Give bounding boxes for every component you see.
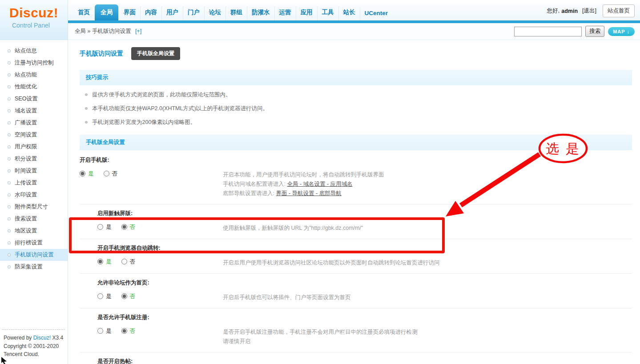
sidebar-item-label: 站点功能 [15,71,37,79]
settings-link[interactable]: 全局 - 域名设置 - 应用域名 [287,181,352,187]
sidebar-item[interactable]: 地区设置 [0,225,68,237]
sidebar-item[interactable]: 性能优化 [0,81,68,93]
sidebar-item[interactable]: 空间设置 [0,129,68,141]
sidebar-footer: Powered by Discuz! X3.4 Copyright © 2001… [2,329,65,360]
sidebar-item-label: 用户权限 [15,143,37,151]
radio-option[interactable]: 否 [121,293,136,300]
circle-bullet-icon [8,97,11,100]
radio-option[interactable]: 是 [97,259,112,265]
nav-tab[interactable]: 门户 [183,6,204,20]
circle-bullet-icon [8,169,11,172]
section-header: 手机版全局设置 [80,135,632,150]
search-input[interactable] [514,27,582,36]
sidebar-item[interactable]: 域名设置 [0,105,68,117]
logout-link[interactable]: [退出] [582,7,596,15]
nav-tab[interactable]: 论坛 [204,6,225,20]
radio-input[interactable] [121,259,127,264]
logo-box: Discuz! Control Panel [0,0,68,40]
field-label: 是否开启热帖: [80,357,632,364]
nav-tab[interactable]: 工具 [317,6,338,20]
sidebar-item[interactable]: 附件类型尺寸 [0,201,68,213]
username: admin [561,8,578,14]
nav-tab[interactable]: 应用 [296,6,317,20]
nav-tab[interactable]: 首页 [73,6,94,20]
sidebar-item-label: SEO设置 [15,95,37,103]
map-button[interactable]: MAP ↓ [608,27,635,36]
radio-group: 是否 [80,170,223,198]
breadcrumb-expand-link[interactable]: [+] [135,28,141,34]
circle-bullet-icon [8,229,11,232]
description-line: 开启后用户使用手机浏览器访问社区论坛功能页以外页面时自动跳转到论坛首页进行访问 [223,258,632,268]
radio-label: 是 [106,293,112,300]
nav-tab[interactable]: 运营 [274,6,296,20]
circle-bullet-icon [8,73,11,76]
radio-label: 是 [106,259,112,265]
circle-bullet-icon [8,133,11,136]
radio-input[interactable] [97,259,103,264]
sidebar-item-label: 站点信息 [15,47,37,55]
sidebar-item[interactable]: SEO设置 [0,93,68,105]
sidebar-item[interactable]: 上传设置 [0,177,68,189]
search-button[interactable]: 搜索 [585,26,604,37]
app-subtitle: Control Panel [12,22,68,29]
nav-tab[interactable]: 界面 [119,6,140,20]
nav-tab[interactable]: 内容 [140,6,161,20]
tip-text: 提供方便手机方式浏览的页面，此功能仅限论坛范围内。 [92,91,231,99]
description-line: 手机访问域名配置请进入: 全局 - 域名设置 - 应用域名 [223,180,632,189]
circle-bullet-icon [8,85,11,88]
setting-field: 启用新触屏版:是否使用新触屏版，新触屏版的 URL 为"http://gbk.d… [80,204,632,239]
sidebar-item[interactable]: 站点信息 [0,45,68,57]
dot-bullet-icon [85,121,88,124]
sidebar-item[interactable]: 时间设置 [0,165,68,177]
sidebar-item[interactable]: 水印设置 [0,189,68,201]
nav-tabs: 首页全局界面内容用户门户论坛群组防灌水运营应用工具站长UCenter [73,4,392,20]
radio-input[interactable] [121,328,127,334]
nav-tab[interactable]: UCenter [360,8,393,20]
radio-option[interactable]: 是 [97,328,112,334]
tab-badge-mobile-global-settings[interactable]: 手机版全局设置 [131,47,180,60]
nav-tab[interactable]: 站长 [338,6,360,20]
radio-option[interactable]: 否 [121,328,136,334]
nav-tab[interactable]: 用户 [161,6,183,20]
sidebar-item[interactable]: 搜索设置 [0,213,68,225]
radio-option[interactable]: 是 [80,171,94,177]
nav-tab[interactable]: 群组 [225,6,247,20]
sidebar-item[interactable]: 站点功能 [0,69,68,81]
circle-bullet-icon [8,253,11,256]
sidebar: 站点信息注册与访问控制站点功能性能优化SEO设置域名设置广播设置空间设置用户权限… [0,40,68,364]
radio-input[interactable] [121,224,127,230]
site-home-button[interactable]: 站点首页 [603,4,635,17]
circle-bullet-icon [8,109,11,112]
sidebar-item[interactable]: 防采集设置 [0,261,68,273]
sidebar-item[interactable]: 广播设置 [0,117,68,129]
circle-bullet-icon [8,265,11,268]
radio-option[interactable]: 否 [104,171,118,177]
discuz-link[interactable]: Discuz! [33,335,51,341]
circle-bullet-icon [8,121,11,124]
sidebar-item[interactable]: 用户权限 [0,141,68,153]
field-label: 启用新触屏版: [80,209,632,217]
sidebar-item[interactable]: 积分设置 [0,153,68,165]
radio-option[interactable]: 是 [97,293,112,300]
sidebar-item[interactable]: 手机版访问设置 [0,249,68,261]
field-description: 开启后手机版也可以将插件、门户等页面设置为首页 [223,293,632,302]
radio-input[interactable] [97,328,103,334]
sidebar-item-label: 水印设置 [15,191,37,199]
tip-text: 本手机功能页仅支持WAP2.0(XHTML方式)以上的手机浏览器进行访问。 [92,105,268,112]
radio-option[interactable]: 否 [121,259,136,265]
setting-field: 开启手机版:是否开启本功能，用户使用手机访问论坛时，将自动跳转到手机版界面手机访… [80,151,632,204]
sidebar-item[interactable]: 排行榜设置 [0,237,68,249]
description-text: 手机访问域名配置请进入: [223,181,287,187]
settings-link[interactable]: 界面 - 导航设置 - 底部导航 [276,190,341,196]
sidebar-item[interactable]: 注册与访问控制 [0,57,68,69]
radio-input[interactable] [97,224,103,230]
nav-tab[interactable]: 全局 [95,4,118,20]
radio-option[interactable]: 否 [121,224,136,230]
radio-option[interactable]: 是 [97,224,112,230]
radio-input[interactable] [121,293,127,299]
nav-tab[interactable]: 防灌水 [247,6,274,20]
field-label: 允许非论坛作为首页: [80,278,632,286]
radio-input[interactable] [97,293,103,299]
radio-input[interactable] [80,171,85,176]
radio-input[interactable] [104,171,109,176]
